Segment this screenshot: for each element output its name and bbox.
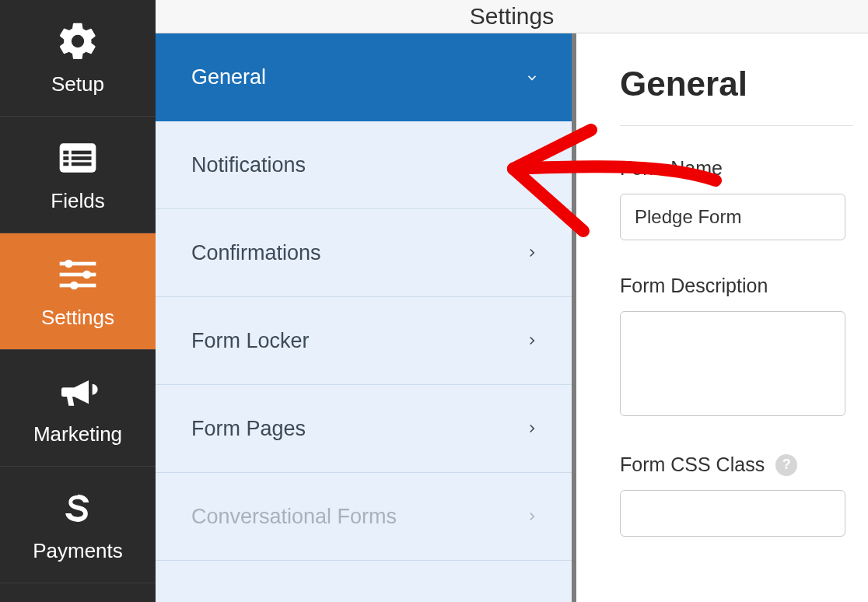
svg-rect-3 [63,163,68,166]
form-css-class-input[interactable] [620,490,845,537]
app-root: Setup Fields Settings Marketing Payments [0,0,868,602]
submenu-item-form-locker[interactable]: Form Locker [156,297,572,385]
sidebar-label-fields: Fields [51,189,104,213]
content-heading: General [620,65,853,126]
svg-point-11 [82,271,91,279]
sidebar-item-setup[interactable]: Setup [0,0,156,117]
submenu-label: General [191,65,266,89]
svg-rect-4 [72,151,92,155]
dollar-icon [56,486,100,530]
submenu-label: Notifications [191,153,306,177]
form-description-input[interactable] [620,311,845,416]
sidebar-label-payments: Payments [33,539,123,563]
sidebar-item-marketing[interactable]: Marketing [0,350,156,467]
topbar: Settings [156,0,868,33]
submenu-label: Form Locker [191,329,310,353]
submenu-label: Conversational Forms [191,505,397,529]
submenu-item-form-pages[interactable]: Form Pages [156,385,572,473]
submenu-label: Confirmations [191,241,321,265]
chevron-right-icon [523,156,541,173]
svg-rect-1 [63,151,68,155]
sidebar-item-settings[interactable]: Settings [0,233,156,350]
submenu-label: Form Pages [191,417,306,441]
chevron-right-icon [523,332,541,349]
primary-sidebar: Setup Fields Settings Marketing Payments [0,0,156,602]
content-panel: General Form Name Form Description Form … [576,33,868,602]
field-form-name: Form Name [620,157,868,240]
bullhorn-icon [56,369,100,413]
svg-point-10 [65,260,73,268]
sidebar-label-marketing: Marketing [33,422,122,446]
form-css-class-label-text: Form CSS Class [620,453,765,476]
settings-submenu: General Notifications Confirmations Form… [156,33,576,602]
chevron-down-icon [523,69,541,86]
chevron-right-icon [523,244,541,261]
svg-rect-5 [72,156,92,160]
svg-rect-2 [63,156,68,160]
svg-point-12 [70,282,79,290]
form-name-input[interactable] [620,194,845,240]
sliders-icon [56,253,100,296]
submenu-item-confirmations[interactable]: Confirmations [156,209,572,297]
page-title: Settings [470,3,554,30]
sidebar-label-setup: Setup [51,72,104,96]
sidebar-label-settings: Settings [41,306,114,330]
submenu-item-notifications[interactable]: Notifications [156,121,572,209]
form-css-class-label: Form CSS Class ? [620,453,868,476]
sidebar-item-fields[interactable]: Fields [0,117,156,233]
main-column: Settings General Notifications Confirmat… [156,0,868,602]
field-form-css-class: Form CSS Class ? [620,453,868,537]
form-name-label: Form Name [620,157,868,180]
field-form-description: Form Description [620,275,868,419]
submenu-item-conversational-forms[interactable]: Conversational Forms [156,473,572,561]
help-icon[interactable]: ? [775,454,797,476]
gear-icon [56,19,100,63]
chevron-right-icon [523,508,541,525]
panels-row: General Notifications Confirmations Form… [156,33,868,602]
sidebar-item-payments[interactable]: Payments [0,467,156,583]
submenu-item-general[interactable]: General [156,33,572,121]
svg-rect-6 [72,163,92,166]
chevron-right-icon [523,420,541,437]
list-icon [56,136,100,180]
form-description-label: Form Description [620,275,868,297]
